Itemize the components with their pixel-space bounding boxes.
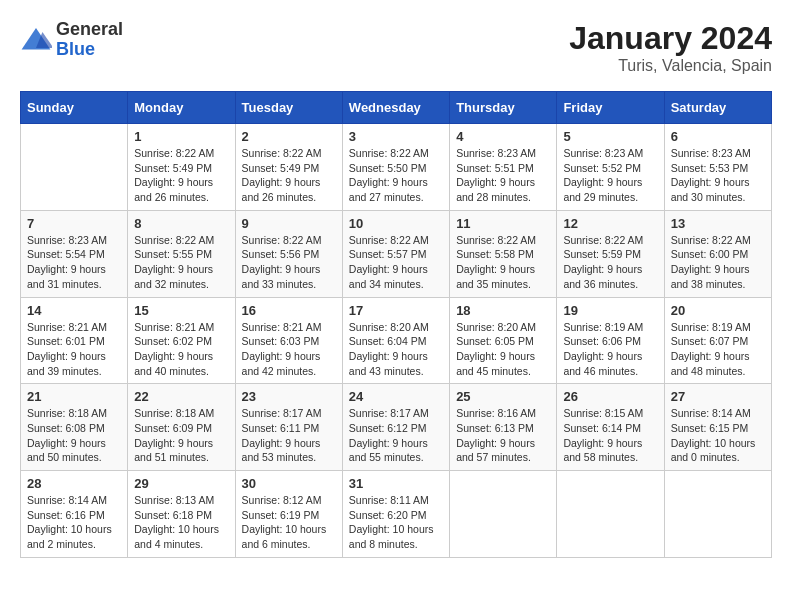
calendar-cell: 24Sunrise: 8:17 AM Sunset: 6:12 PM Dayli… [342, 384, 449, 471]
cell-info: Sunrise: 8:22 AM Sunset: 5:50 PM Dayligh… [349, 146, 443, 205]
calendar-cell [557, 471, 664, 558]
calendar-cell: 10Sunrise: 8:22 AM Sunset: 5:57 PM Dayli… [342, 210, 449, 297]
cell-info: Sunrise: 8:21 AM Sunset: 6:03 PM Dayligh… [242, 320, 336, 379]
calendar-week-row: 1Sunrise: 8:22 AM Sunset: 5:49 PM Daylig… [21, 124, 772, 211]
calendar-cell: 7Sunrise: 8:23 AM Sunset: 5:54 PM Daylig… [21, 210, 128, 297]
calendar-cell: 16Sunrise: 8:21 AM Sunset: 6:03 PM Dayli… [235, 297, 342, 384]
cell-info: Sunrise: 8:22 AM Sunset: 5:59 PM Dayligh… [563, 233, 657, 292]
calendar-cell: 1Sunrise: 8:22 AM Sunset: 5:49 PM Daylig… [128, 124, 235, 211]
cell-info: Sunrise: 8:21 AM Sunset: 6:01 PM Dayligh… [27, 320, 121, 379]
day-number: 2 [242, 129, 336, 144]
cell-info: Sunrise: 8:23 AM Sunset: 5:53 PM Dayligh… [671, 146, 765, 205]
calendar-cell: 26Sunrise: 8:15 AM Sunset: 6:14 PM Dayli… [557, 384, 664, 471]
calendar-cell: 12Sunrise: 8:22 AM Sunset: 5:59 PM Dayli… [557, 210, 664, 297]
cell-info: Sunrise: 8:11 AM Sunset: 6:20 PM Dayligh… [349, 493, 443, 552]
day-number: 18 [456, 303, 550, 318]
logo-general: General [56, 20, 123, 40]
calendar-header-cell: Tuesday [235, 92, 342, 124]
day-number: 13 [671, 216, 765, 231]
day-number: 28 [27, 476, 121, 491]
calendar-header-cell: Sunday [21, 92, 128, 124]
cell-info: Sunrise: 8:22 AM Sunset: 5:58 PM Dayligh… [456, 233, 550, 292]
day-number: 14 [27, 303, 121, 318]
calendar-week-row: 28Sunrise: 8:14 AM Sunset: 6:16 PM Dayli… [21, 471, 772, 558]
calendar-header-cell: Wednesday [342, 92, 449, 124]
cell-info: Sunrise: 8:22 AM Sunset: 5:56 PM Dayligh… [242, 233, 336, 292]
calendar-cell [450, 471, 557, 558]
cell-info: Sunrise: 8:22 AM Sunset: 5:57 PM Dayligh… [349, 233, 443, 292]
day-number: 26 [563, 389, 657, 404]
calendar-cell: 21Sunrise: 8:18 AM Sunset: 6:08 PM Dayli… [21, 384, 128, 471]
calendar-cell: 17Sunrise: 8:20 AM Sunset: 6:04 PM Dayli… [342, 297, 449, 384]
day-number: 3 [349, 129, 443, 144]
cell-info: Sunrise: 8:17 AM Sunset: 6:11 PM Dayligh… [242, 406, 336, 465]
calendar-cell: 4Sunrise: 8:23 AM Sunset: 5:51 PM Daylig… [450, 124, 557, 211]
calendar-cell: 27Sunrise: 8:14 AM Sunset: 6:15 PM Dayli… [664, 384, 771, 471]
day-number: 5 [563, 129, 657, 144]
calendar-week-row: 7Sunrise: 8:23 AM Sunset: 5:54 PM Daylig… [21, 210, 772, 297]
day-number: 8 [134, 216, 228, 231]
cell-info: Sunrise: 8:14 AM Sunset: 6:15 PM Dayligh… [671, 406, 765, 465]
day-number: 24 [349, 389, 443, 404]
cell-info: Sunrise: 8:18 AM Sunset: 6:09 PM Dayligh… [134, 406, 228, 465]
cell-info: Sunrise: 8:23 AM Sunset: 5:54 PM Dayligh… [27, 233, 121, 292]
logo-blue: Blue [56, 40, 123, 60]
cell-info: Sunrise: 8:22 AM Sunset: 5:49 PM Dayligh… [242, 146, 336, 205]
day-number: 16 [242, 303, 336, 318]
calendar-cell: 25Sunrise: 8:16 AM Sunset: 6:13 PM Dayli… [450, 384, 557, 471]
cell-info: Sunrise: 8:16 AM Sunset: 6:13 PM Dayligh… [456, 406, 550, 465]
location-title: Turis, Valencia, Spain [569, 57, 772, 75]
day-number: 23 [242, 389, 336, 404]
calendar-cell: 19Sunrise: 8:19 AM Sunset: 6:06 PM Dayli… [557, 297, 664, 384]
cell-info: Sunrise: 8:19 AM Sunset: 6:07 PM Dayligh… [671, 320, 765, 379]
day-number: 4 [456, 129, 550, 144]
calendar-cell: 11Sunrise: 8:22 AM Sunset: 5:58 PM Dayli… [450, 210, 557, 297]
calendar-header-cell: Monday [128, 92, 235, 124]
cell-info: Sunrise: 8:23 AM Sunset: 5:52 PM Dayligh… [563, 146, 657, 205]
calendar-cell: 5Sunrise: 8:23 AM Sunset: 5:52 PM Daylig… [557, 124, 664, 211]
calendar-cell: 23Sunrise: 8:17 AM Sunset: 6:11 PM Dayli… [235, 384, 342, 471]
calendar-cell: 30Sunrise: 8:12 AM Sunset: 6:19 PM Dayli… [235, 471, 342, 558]
calendar-cell: 8Sunrise: 8:22 AM Sunset: 5:55 PM Daylig… [128, 210, 235, 297]
day-number: 21 [27, 389, 121, 404]
cell-info: Sunrise: 8:18 AM Sunset: 6:08 PM Dayligh… [27, 406, 121, 465]
calendar-cell: 14Sunrise: 8:21 AM Sunset: 6:01 PM Dayli… [21, 297, 128, 384]
cell-info: Sunrise: 8:22 AM Sunset: 5:49 PM Dayligh… [134, 146, 228, 205]
day-number: 27 [671, 389, 765, 404]
page-header: General Blue January 2024 Turis, Valenci… [20, 20, 772, 75]
day-number: 7 [27, 216, 121, 231]
cell-info: Sunrise: 8:21 AM Sunset: 6:02 PM Dayligh… [134, 320, 228, 379]
day-number: 15 [134, 303, 228, 318]
calendar-cell: 31Sunrise: 8:11 AM Sunset: 6:20 PM Dayli… [342, 471, 449, 558]
day-number: 25 [456, 389, 550, 404]
day-number: 30 [242, 476, 336, 491]
calendar-cell: 20Sunrise: 8:19 AM Sunset: 6:07 PM Dayli… [664, 297, 771, 384]
day-number: 19 [563, 303, 657, 318]
cell-info: Sunrise: 8:12 AM Sunset: 6:19 PM Dayligh… [242, 493, 336, 552]
calendar-header-cell: Thursday [450, 92, 557, 124]
logo-icon [20, 24, 52, 56]
calendar-cell: 18Sunrise: 8:20 AM Sunset: 6:05 PM Dayli… [450, 297, 557, 384]
cell-info: Sunrise: 8:17 AM Sunset: 6:12 PM Dayligh… [349, 406, 443, 465]
calendar-body: 1Sunrise: 8:22 AM Sunset: 5:49 PM Daylig… [21, 124, 772, 558]
calendar-cell [664, 471, 771, 558]
calendar-cell: 13Sunrise: 8:22 AM Sunset: 6:00 PM Dayli… [664, 210, 771, 297]
calendar-table: SundayMondayTuesdayWednesdayThursdayFrid… [20, 91, 772, 558]
calendar-week-row: 14Sunrise: 8:21 AM Sunset: 6:01 PM Dayli… [21, 297, 772, 384]
calendar-week-row: 21Sunrise: 8:18 AM Sunset: 6:08 PM Dayli… [21, 384, 772, 471]
calendar-cell: 15Sunrise: 8:21 AM Sunset: 6:02 PM Dayli… [128, 297, 235, 384]
calendar-cell [21, 124, 128, 211]
logo: General Blue [20, 20, 123, 60]
day-number: 11 [456, 216, 550, 231]
day-number: 31 [349, 476, 443, 491]
calendar-cell: 28Sunrise: 8:14 AM Sunset: 6:16 PM Dayli… [21, 471, 128, 558]
cell-info: Sunrise: 8:20 AM Sunset: 6:05 PM Dayligh… [456, 320, 550, 379]
day-number: 9 [242, 216, 336, 231]
title-area: January 2024 Turis, Valencia, Spain [569, 20, 772, 75]
calendar-cell: 2Sunrise: 8:22 AM Sunset: 5:49 PM Daylig… [235, 124, 342, 211]
calendar-header-cell: Saturday [664, 92, 771, 124]
month-title: January 2024 [569, 20, 772, 57]
day-number: 10 [349, 216, 443, 231]
calendar-header-row: SundayMondayTuesdayWednesdayThursdayFrid… [21, 92, 772, 124]
cell-info: Sunrise: 8:22 AM Sunset: 5:55 PM Dayligh… [134, 233, 228, 292]
